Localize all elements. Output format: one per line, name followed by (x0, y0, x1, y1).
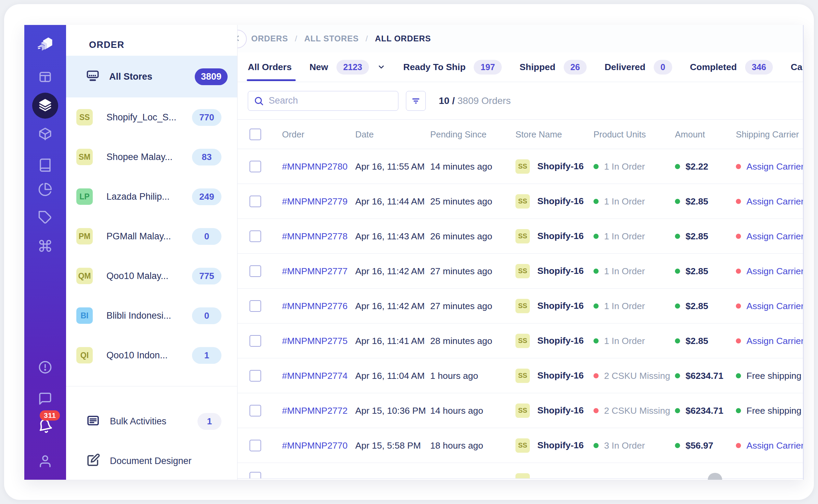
units-text: 3 In Order (604, 440, 645, 451)
assign-carrier-link[interactable]: Assign Carrier (746, 161, 804, 172)
app-frame: 311 ORDER All Stores 38 (4, 4, 814, 500)
amount-text: $6234.71 (686, 370, 724, 381)
book-icon[interactable] (38, 158, 52, 172)
row-checkbox[interactable] (250, 230, 261, 242)
amount-text: $56.97 (686, 440, 713, 451)
assign-carrier-link[interactable]: Assign Carrier (746, 440, 804, 451)
tab-cancelled[interactable]: Cancelled (791, 62, 804, 72)
tab-all-orders[interactable]: All Orders (248, 62, 292, 72)
store-item-qoo10-id[interactable]: QI Qoo10 Indon... 1 (66, 335, 237, 375)
app-logo[interactable] (35, 35, 55, 54)
store-item-pgmall[interactable]: PM PGMall Malay... 0 (66, 216, 237, 256)
store-name: Shopee Malay... (106, 152, 172, 162)
all-stores-item[interactable]: All Stores 3809 (66, 56, 237, 97)
units-status-dot (593, 199, 599, 204)
row-checkbox[interactable] (250, 335, 261, 347)
units-status-dot (593, 234, 599, 239)
dashboard-icon[interactable] (38, 70, 52, 84)
order-link[interactable]: #MNPMNP2778 (282, 231, 347, 241)
tab-completed[interactable]: Completed 346 (690, 60, 773, 75)
order-link[interactable]: #MNPMNP2770 (282, 440, 347, 451)
store-item-qoo10-my[interactable]: QM Qoo10 Malay... 775 (66, 256, 237, 296)
store-name: Shopify_Loc_S... (106, 112, 176, 123)
tab-new[interactable]: New 2123 (309, 60, 385, 75)
units-text: 2 CSKU Missing (604, 370, 670, 381)
pending-since: 27 minutes ago (430, 301, 492, 311)
store-item-shopee[interactable]: SM Shopee Malay... 83 (66, 137, 237, 177)
store-avatar: SM (76, 149, 93, 165)
units-status-dot (593, 164, 599, 169)
tab-shipped[interactable]: Shipped 26 (520, 60, 587, 75)
store-count-pill: 1 (192, 347, 221, 364)
product-units-cell: 1 In Order (593, 161, 645, 172)
document-designer-item[interactable]: Document Designer (66, 441, 237, 480)
orders-main-panel: ORDERS / ALL STORES / ALL ORDERS All Ord… (238, 25, 804, 480)
order-link[interactable]: #MNPMNP2779 (282, 196, 347, 207)
pending-since: 28 minutes ago (430, 335, 492, 346)
alert-circle-icon[interactable] (38, 360, 52, 374)
command-icon[interactable] (38, 239, 52, 253)
row-checkbox[interactable] (250, 300, 261, 312)
tab-completed-count: 346 (745, 60, 773, 75)
order-link[interactable]: #MNPMNP2772 (282, 405, 347, 416)
order-link[interactable]: #MNPMNP2780 (282, 161, 347, 172)
assign-carrier-link[interactable]: Assign Carrier (746, 266, 804, 276)
assign-carrier-link[interactable]: Assign Carrier (746, 231, 804, 241)
units-text: 2 CSKU Missing (604, 405, 670, 416)
store-badge: SS (515, 159, 530, 174)
tab-delivered-count: 0 (654, 60, 672, 75)
store-name: Shopify-16 (537, 335, 584, 346)
settings-icon[interactable] (38, 479, 52, 480)
package-icon[interactable] (38, 127, 52, 141)
bulk-activities-item[interactable]: Bulk Activities 1 (66, 401, 237, 441)
order-link[interactable]: #MNPMNP2775 (282, 335, 347, 346)
search-input[interactable] (269, 95, 382, 106)
order-link[interactable]: #MNPMNP2777 (282, 266, 347, 276)
orders-nav-active[interactable] (32, 93, 58, 119)
store-badge: SS (515, 369, 530, 383)
store-name: Lazada Philip... (106, 191, 170, 202)
bulk-activities-icon (86, 413, 100, 429)
amount-text: $2.85 (686, 266, 708, 276)
row-checkbox[interactable] (250, 161, 261, 172)
store-item-shopify[interactable]: SS Shopify_Loc_S... 770 (66, 97, 237, 137)
store-item-lazada[interactable]: LP Lazada Philip... 249 (66, 177, 237, 216)
store-item-blibli[interactable]: BI Blibli Indonesi... 0 (66, 296, 237, 335)
tab-ready-to-ship[interactable]: Ready To Ship 197 (403, 60, 502, 75)
chat-icon[interactable] (38, 392, 52, 406)
row-checkbox[interactable] (250, 405, 261, 416)
user-icon[interactable] (38, 454, 52, 468)
order-link[interactable]: #MNPMNP2776 (282, 301, 347, 311)
table-row: #MNPMNP2777 Apr 16, 11:42 AM 27 minutes … (238, 254, 803, 289)
row-checkbox[interactable] (250, 440, 261, 451)
row-checkbox[interactable] (250, 265, 261, 277)
assign-carrier-link[interactable]: Assign Carrier (746, 196, 804, 207)
row-checkbox[interactable] (250, 472, 261, 479)
pending-since: 26 minutes ago (430, 231, 492, 241)
filter-button[interactable] (406, 91, 426, 111)
assign-carrier-link[interactable]: Assign Carrier (746, 335, 804, 346)
order-date: Apr 16, 11:42 AM (355, 301, 425, 311)
row-checkbox[interactable] (250, 196, 261, 207)
notifications-button[interactable]: 311 (38, 419, 53, 434)
store-badge (515, 473, 530, 479)
breadcrumb-all-stores[interactable]: ALL STORES (304, 34, 359, 43)
breadcrumb-orders[interactable]: ORDERS (251, 34, 288, 43)
assign-carrier-link[interactable]: Assign Carrier (746, 301, 804, 311)
product-units-cell: 1 In Order (593, 231, 645, 241)
order-status-tabs: All Orders New 2123 Ready To Ship 197 Sh… (238, 52, 803, 82)
store-name-cell: SS Shopify-16 (515, 229, 584, 243)
tab-delivered[interactable]: Delivered 0 (604, 60, 672, 75)
order-link[interactable]: #MNPMNP2774 (282, 370, 347, 381)
select-all-checkbox[interactable] (250, 129, 261, 140)
pie-chart-icon[interactable] (38, 182, 52, 197)
store-name: Shopify-16 (537, 440, 584, 451)
column-shipping-carrier: Shipping Carrier (736, 129, 799, 139)
panel-title: ORDER (66, 25, 237, 56)
row-checkbox[interactable] (250, 370, 261, 382)
tag-icon[interactable] (38, 210, 52, 225)
shipping-carrier-cell: Assign Carrier (736, 440, 804, 451)
product-units-cell: 3 In Order (593, 440, 645, 451)
amount-cell: $6234.71 (675, 405, 724, 416)
chevron-down-icon[interactable] (377, 63, 385, 71)
